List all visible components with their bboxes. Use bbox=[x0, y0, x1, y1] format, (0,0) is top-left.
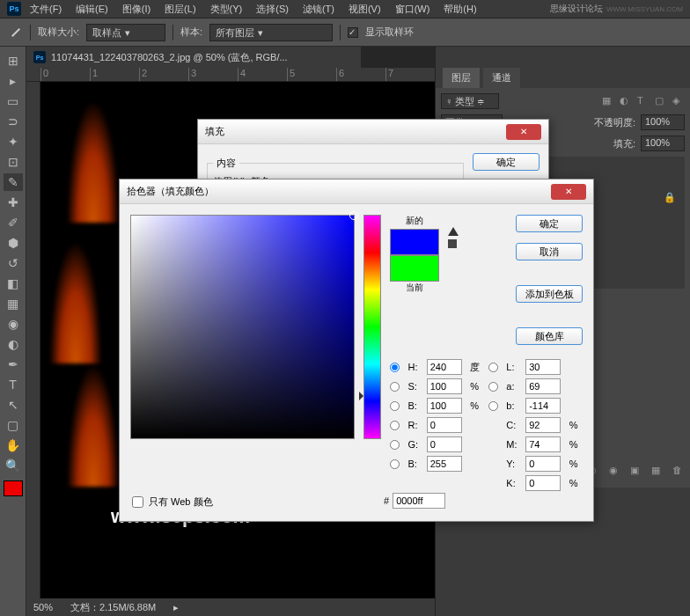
foreground-color[interactable] bbox=[4, 480, 23, 496]
handles-icon[interactable]: ⊞ bbox=[4, 52, 23, 70]
brush-tool[interactable]: ✐ bbox=[4, 214, 23, 231]
adjust-icon[interactable]: ◉ bbox=[609, 465, 621, 477]
radio-h[interactable] bbox=[390, 363, 400, 372]
lock-icon: 🔒 bbox=[664, 192, 676, 203]
new-color-swatch bbox=[390, 229, 439, 255]
fire-image bbox=[67, 99, 120, 223]
filter-pixel-icon[interactable]: ▦ bbox=[602, 95, 614, 107]
lasso-tool[interactable]: ⊃ bbox=[4, 113, 23, 130]
input-lab-b[interactable] bbox=[525, 398, 561, 414]
marquee-tool[interactable]: ▭ bbox=[4, 92, 23, 110]
ruler-tick: 0 bbox=[40, 68, 90, 81]
web-only-checkbox[interactable] bbox=[132, 496, 143, 508]
input-h[interactable] bbox=[427, 359, 462, 375]
gradient-tool[interactable]: ▦ bbox=[4, 295, 23, 312]
input-y[interactable] bbox=[525, 456, 561, 472]
zoom-tool[interactable]: 🔍 bbox=[4, 457, 23, 474]
hex-input[interactable] bbox=[393, 493, 445, 509]
input-bb[interactable] bbox=[427, 456, 462, 472]
color-libraries-button[interactable]: 颜色库 bbox=[516, 327, 583, 345]
input-b[interactable] bbox=[427, 398, 462, 414]
status-bar: 50% 文档：2.15M/6.88M ▸ bbox=[26, 598, 435, 616]
current-color-label: 当前 bbox=[406, 282, 423, 294]
menu-item[interactable]: 文件(F) bbox=[25, 1, 67, 18]
menu-item[interactable]: 窗口(W) bbox=[390, 1, 436, 18]
show-ring-checkbox[interactable] bbox=[348, 27, 358, 38]
eyedropper-tool[interactable]: ✎ bbox=[4, 173, 23, 191]
type-tool[interactable]: T bbox=[4, 376, 23, 393]
eraser-tool[interactable]: ◧ bbox=[4, 275, 23, 292]
menu-item[interactable]: 视图(V) bbox=[343, 1, 386, 18]
new-layer-icon[interactable]: ▦ bbox=[651, 465, 664, 477]
menu-item[interactable]: 编辑(E) bbox=[70, 1, 114, 18]
hue-slider[interactable] bbox=[363, 215, 381, 439]
pen-tool[interactable]: ✒ bbox=[4, 356, 23, 373]
blur-tool[interactable]: ◉ bbox=[4, 315, 23, 333]
history-brush-tool[interactable]: ↺ bbox=[4, 254, 23, 272]
fill-ok-button[interactable]: 确定 bbox=[473, 153, 540, 171]
radio-s[interactable] bbox=[390, 382, 400, 392]
move-tool[interactable]: ▸ bbox=[4, 72, 23, 90]
input-g[interactable] bbox=[427, 436, 462, 452]
close-button[interactable]: ✕ bbox=[551, 184, 586, 200]
menu-item[interactable]: 类型(Y) bbox=[205, 1, 248, 18]
menu-item[interactable]: 帮助(H) bbox=[438, 1, 481, 18]
gamut-warning-icon[interactable] bbox=[448, 227, 459, 236]
input-a[interactable] bbox=[525, 378, 561, 394]
menu-item[interactable]: 图像(I) bbox=[117, 1, 156, 18]
radio-l[interactable] bbox=[488, 363, 498, 372]
ruler-tick: 3 bbox=[188, 68, 238, 81]
opacity-input[interactable]: 100% bbox=[641, 114, 685, 130]
saturation-value-field[interactable] bbox=[130, 215, 355, 439]
input-k[interactable] bbox=[525, 475, 561, 491]
fill-opacity-input[interactable]: 100% bbox=[641, 136, 685, 151]
trash-icon[interactable]: 🗑 bbox=[672, 465, 685, 477]
web-only-label: 只有 Web 颜色 bbox=[149, 495, 213, 509]
ok-button[interactable]: 确定 bbox=[516, 215, 583, 232]
ps-logo-icon: Ps bbox=[7, 2, 21, 16]
radio-bb[interactable] bbox=[390, 459, 400, 469]
fill-dialog-title-bar[interactable]: 填充 ✕ bbox=[198, 120, 548, 144]
picker-title-bar[interactable]: 拾色器（填充颜色） ✕ bbox=[120, 180, 593, 204]
menu-item[interactable]: 选择(S) bbox=[251, 1, 294, 18]
input-l[interactable] bbox=[525, 359, 561, 375]
add-to-swatches-button[interactable]: 添加到色板 bbox=[516, 285, 583, 303]
sample-size-select[interactable]: 取样点▾ bbox=[86, 24, 165, 41]
input-c[interactable] bbox=[525, 417, 561, 433]
tab-channels[interactable]: 通道 bbox=[483, 68, 520, 88]
radio-g[interactable] bbox=[390, 440, 400, 450]
menu-item[interactable]: 图层(L) bbox=[159, 1, 201, 18]
radio-lab-b[interactable] bbox=[488, 401, 498, 411]
websafe-warning-icon[interactable] bbox=[448, 239, 457, 248]
filter-type-icon[interactable]: T bbox=[637, 95, 650, 107]
zoom-value[interactable]: 50% bbox=[33, 602, 53, 612]
close-button[interactable]: ✕ bbox=[506, 124, 541, 140]
wand-tool[interactable]: ✦ bbox=[4, 133, 23, 150]
fill-opacity-label: 填充: bbox=[613, 137, 635, 150]
radio-a[interactable] bbox=[488, 382, 498, 392]
input-s[interactable] bbox=[427, 378, 462, 394]
folder-icon[interactable]: ▣ bbox=[630, 465, 642, 477]
cancel-button[interactable]: 取消 bbox=[516, 243, 583, 260]
radio-b[interactable] bbox=[390, 401, 400, 411]
dodge-tool[interactable]: ◐ bbox=[4, 335, 23, 353]
document-tab[interactable]: Ps 11074431_122403780263_2.jpg @ 50% (蓝色… bbox=[26, 47, 361, 68]
shape-tool[interactable]: ▢ bbox=[4, 416, 23, 434]
sample-size-label: 取样大小: bbox=[38, 26, 79, 39]
path-tool[interactable]: ↖ bbox=[4, 396, 23, 414]
radio-r[interactable] bbox=[390, 421, 400, 430]
input-r[interactable] bbox=[427, 417, 462, 433]
input-m[interactable] bbox=[525, 436, 561, 452]
filter-adjust-icon[interactable]: ◐ bbox=[620, 95, 632, 107]
hand-tool[interactable]: ✋ bbox=[4, 436, 23, 454]
filter-shape-icon[interactable]: ▢ bbox=[655, 95, 667, 107]
sample-select[interactable]: 所有图层▾ bbox=[209, 24, 333, 41]
filter-kind-select[interactable]: ♀ 类型 ≑ bbox=[441, 93, 499, 109]
tab-layers[interactable]: 图层 bbox=[443, 68, 480, 88]
ruler-vertical bbox=[26, 82, 40, 598]
crop-tool[interactable]: ⊡ bbox=[4, 153, 23, 171]
menu-item[interactable]: 滤镜(T) bbox=[297, 1, 340, 18]
filter-smart-icon[interactable]: ◈ bbox=[672, 95, 685, 107]
healing-tool[interactable]: ✚ bbox=[4, 194, 23, 211]
stamp-tool[interactable]: ⬢ bbox=[4, 234, 23, 252]
